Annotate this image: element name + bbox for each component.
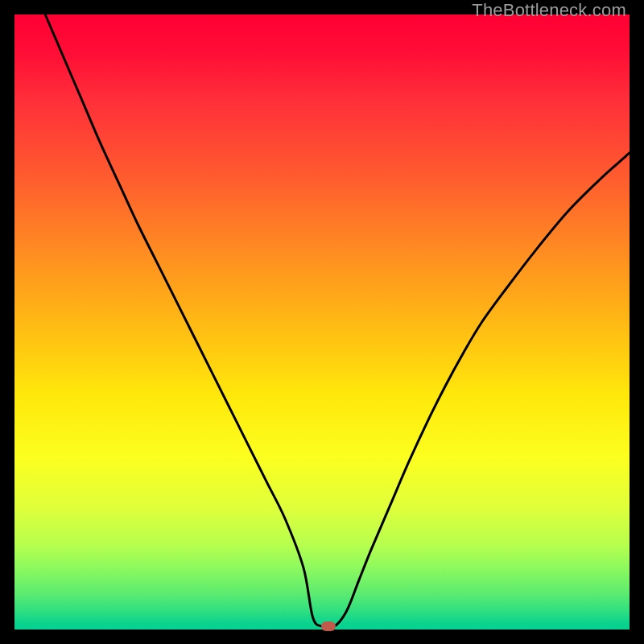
plot-area <box>14 14 630 630</box>
chart-frame: TheBottleneck.com <box>0 0 644 644</box>
attribution-text: TheBottleneck.com <box>472 0 626 21</box>
curve-minimum-marker <box>321 621 336 631</box>
bottleneck-curve <box>14 14 630 630</box>
